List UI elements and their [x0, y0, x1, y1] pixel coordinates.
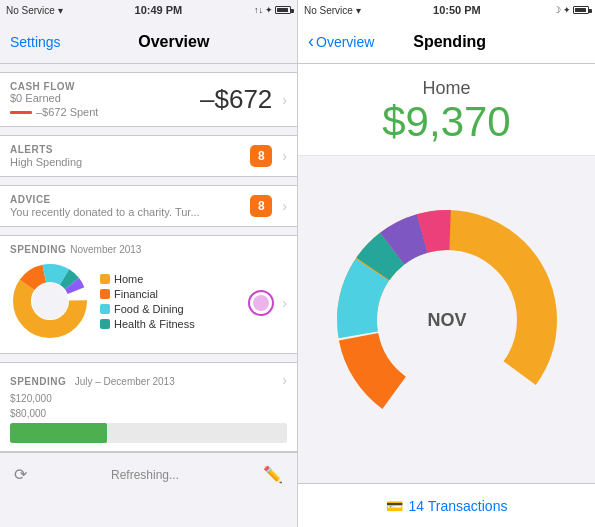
spending-bar-label: SPENDING [10, 376, 66, 387]
right-nav-title: Spending [374, 33, 525, 51]
spending-nov-chevron: › [282, 295, 287, 311]
bar-fill [10, 423, 107, 443]
left-bottom-bar: ⟳ Refreshing... ✏️ [0, 452, 297, 496]
transactions-icon: 💳 [386, 498, 403, 514]
right-status-bar: No Service ▾ 10:50 PM ☽ ✦ [298, 0, 595, 20]
right-panel: No Service ▾ 10:50 PM ☽ ✦ ‹ Overview Spe… [298, 0, 595, 527]
right-nav-bar: ‹ Overview Spending [298, 20, 595, 64]
bar-visual [10, 423, 287, 443]
bar-header: SPENDING July – December 2013 › [10, 371, 287, 389]
legend-home-label: Home [114, 273, 143, 285]
bar-amount1: $120,000 [10, 393, 287, 404]
advice-right: 8 › [250, 195, 287, 217]
spending-nov-section: SPENDING November 2013 Home [0, 235, 297, 354]
legend-home-dot [100, 274, 110, 284]
cash-value: –$672 [200, 84, 272, 115]
alerts-row[interactable]: ALERTS High Spending 8 › [0, 135, 297, 177]
right-moon-icon: ☽ [553, 5, 561, 15]
alerts-badge: 8 [250, 145, 272, 167]
settings-button[interactable]: Settings [10, 34, 61, 50]
donut-center-label: NOV [427, 310, 466, 330]
right-wifi-icon: ▾ [356, 5, 361, 16]
selected-circle [248, 290, 274, 316]
cash-row-right: –$672 › [200, 84, 287, 115]
right-header: Home $9,370 [298, 64, 595, 156]
advice-sub: You recently donated to a charity. Tur..… [10, 206, 250, 218]
refreshing-text: Refreshing... [111, 468, 179, 482]
spending-nov-donut [10, 261, 90, 345]
header-category: Home [308, 78, 585, 99]
spending-bar-section: SPENDING July – December 2013 › $120,000… [0, 362, 297, 452]
advice-chevron-icon: › [282, 198, 287, 214]
svg-point-5 [32, 283, 68, 319]
selected-circle-area [248, 290, 274, 316]
right-time: 10:50 PM [433, 4, 481, 16]
arrow-icon: ↑↓ [254, 5, 263, 15]
right-no-service-label: No Service [304, 5, 353, 16]
big-donut-container: NOV [298, 156, 595, 483]
legend-home: Home [100, 273, 248, 285]
right-battery-icon [573, 6, 589, 14]
battery-icon [275, 6, 291, 14]
big-donut-chart: NOV [332, 205, 562, 435]
back-button[interactable]: ‹ Overview [308, 31, 374, 52]
right-battery-fill [575, 8, 586, 12]
spinner-icon: ⟳ [14, 465, 27, 484]
legend-financial-dot [100, 289, 110, 299]
left-status-bar: No Service ▾ 10:49 PM ↑↓ ✦ [0, 0, 297, 20]
alerts-label: ALERTS [10, 144, 250, 155]
cash-earned: $0 Earned [10, 92, 200, 104]
transactions-text[interactable]: 14 Transactions [409, 498, 508, 514]
advice-row[interactable]: ADVICE You recently donated to a charity… [0, 185, 297, 227]
cash-flow-label: CASH FLOW [10, 81, 200, 92]
wifi-icon: ▾ [58, 5, 63, 16]
alerts-content: ALERTS High Spending [10, 144, 250, 168]
spending-nov-header: SPENDING November 2013 [10, 244, 287, 255]
cash-spent: –$672 Spent [36, 106, 98, 118]
cash-spent-line: –$672 Spent [10, 106, 200, 118]
selected-inner [253, 295, 269, 311]
bar-amount2: $80,000 [10, 408, 287, 419]
legend-food-dot [100, 304, 110, 314]
edit-icon[interactable]: ✏️ [263, 465, 283, 484]
advice-label: ADVICE [10, 194, 250, 205]
legend-financial: Financial [100, 288, 248, 300]
back-chevron-icon: ‹ [308, 31, 314, 52]
alerts-chevron-icon: › [282, 148, 287, 164]
advice-content: ADVICE You recently donated to a charity… [10, 194, 250, 218]
red-line-icon [10, 111, 32, 114]
header-amount: $9,370 [308, 99, 585, 145]
battery-fill [277, 8, 288, 12]
right-bottom-bar[interactable]: 💳 14 Transactions [298, 483, 595, 527]
alerts-sub: High Spending [10, 156, 250, 168]
left-nav-bar: Settings Overview [0, 20, 297, 64]
left-panel: No Service ▾ 10:49 PM ↑↓ ✦ Settings Over… [0, 0, 298, 527]
legend-health-label: Health & Fitness [114, 318, 195, 330]
left-nav-title: Overview [61, 33, 287, 51]
right-status-left: No Service ▾ [304, 5, 361, 16]
spending-nov-legend: Home Financial Food & Dining Health & Fi… [100, 273, 248, 333]
legend-financial-label: Financial [114, 288, 158, 300]
alerts-right: 8 › [250, 145, 287, 167]
spending-nov-inner: Home Financial Food & Dining Health & Fi… [10, 261, 287, 345]
left-status-right: ↑↓ ✦ [254, 5, 291, 15]
left-status-left: No Service ▾ [6, 5, 63, 16]
legend-food: Food & Dining [100, 303, 248, 315]
spending-nov-period: November 2013 [70, 244, 141, 255]
bar-header-left: SPENDING July – December 2013 [10, 371, 175, 389]
cash-flow-content: CASH FLOW $0 Earned –$672 Spent [10, 81, 200, 118]
spending-bar-period: July – December 2013 [75, 376, 175, 387]
no-service-label: No Service [6, 5, 55, 16]
cash-chevron-icon: › [282, 92, 287, 108]
left-time: 10:49 PM [135, 4, 183, 16]
right-status-right: ☽ ✦ [553, 5, 589, 15]
legend-health-dot [100, 319, 110, 329]
advice-badge: 8 [250, 195, 272, 217]
bar-chevron: › [282, 372, 287, 388]
back-label[interactable]: Overview [316, 34, 374, 50]
right-bluetooth-icon: ✦ [563, 5, 571, 15]
legend-food-label: Food & Dining [114, 303, 184, 315]
legend-health: Health & Fitness [100, 318, 248, 330]
cash-flow-row[interactable]: CASH FLOW $0 Earned –$672 Spent –$672 › [0, 72, 297, 127]
spending-nov-label: SPENDING [10, 244, 66, 255]
